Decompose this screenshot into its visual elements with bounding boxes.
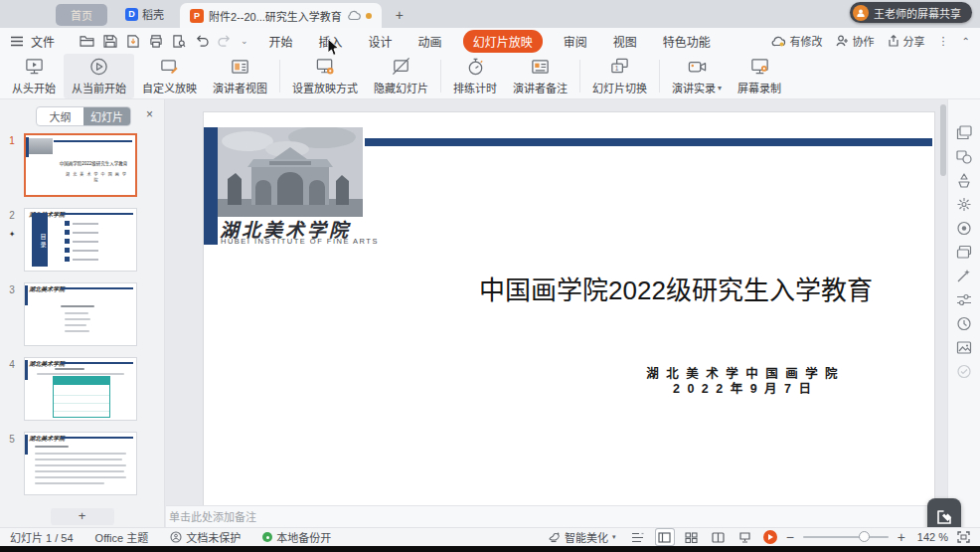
settings-sliders-icon[interactable] <box>956 292 972 307</box>
print-preview-icon[interactable] <box>172 35 186 48</box>
magic-wand-icon[interactable] <box>956 269 972 283</box>
smart-beautify-button[interactable]: 智能美化 ▾ <box>548 529 616 545</box>
ribbon-speaker-notes[interactable]: 演讲者备注 <box>505 54 575 98</box>
slide-thumbnail-5[interactable]: 湖北美术学院 <box>24 432 137 495</box>
new-tab-button[interactable]: + <box>396 7 404 23</box>
tab-outline[interactable]: 大纲 <box>37 107 83 125</box>
redo-icon[interactable] <box>218 35 232 47</box>
ribbon-divider <box>279 60 280 92</box>
menu-start[interactable]: 开始 <box>269 33 293 50</box>
backup-status[interactable]: 本地备份开 <box>262 529 331 545</box>
ribbon-screen-record[interactable]: 屏幕录制 <box>730 54 789 98</box>
share-button[interactable]: 分享 <box>888 33 925 49</box>
slide-thumbnail-3[interactable]: 湖北美术学院 <box>24 282 137 346</box>
backup-on-icon <box>262 532 272 542</box>
check-circle-disabled-icon <box>956 364 972 379</box>
ribbon-custom-show[interactable]: 自定义放映 <box>134 54 205 98</box>
theme-name[interactable]: Office 主题 <box>95 529 149 545</box>
menu-special-features[interactable]: 特色功能 <box>663 33 711 50</box>
docer-logo-icon: D <box>125 8 138 21</box>
add-slide-button[interactable]: + <box>51 508 114 525</box>
export-icon[interactable] <box>126 35 140 48</box>
play-slideshow-button[interactable] <box>763 530 777 544</box>
fit-to-window-icon[interactable] <box>957 531 970 543</box>
target-icon[interactable] <box>956 221 972 236</box>
hamburger-icon[interactable] <box>10 36 24 47</box>
ribbon-play-from-current[interactable]: 从当前开始 <box>64 54 134 98</box>
ribbon-presenter-view[interactable]: 演讲者视图 <box>205 54 275 98</box>
layers-icon[interactable] <box>956 245 972 260</box>
history-clock-icon[interactable] <box>956 316 972 331</box>
ribbon-rehearse-timing[interactable]: 排练计时 <box>445 54 505 98</box>
slideshow-view-button[interactable] <box>736 529 754 545</box>
slide-thumbnail-row-3: 3 湖北美术学院 <box>0 282 164 346</box>
menu-view[interactable]: 视图 <box>613 33 637 50</box>
outline-view-button[interactable] <box>629 529 647 545</box>
collapse-ribbon-icon[interactable]: ⌃ <box>962 36 970 47</box>
tab-docer[interactable]: D 稻壳 <box>125 6 164 22</box>
play-from-start-icon <box>24 57 45 77</box>
beautify-flower-icon[interactable] <box>956 197 972 212</box>
zoom-slider[interactable] <box>803 536 889 538</box>
university-gate-photo[interactable] <box>218 127 363 217</box>
wps-presentation-icon: P <box>190 9 204 23</box>
zoom-out-button[interactable]: − <box>786 532 794 542</box>
save-icon[interactable] <box>103 35 117 48</box>
slide-title-rule[interactable] <box>365 138 932 146</box>
slide-title-text[interactable]: 中国画学院2022级研究生入学教育 <box>442 270 909 306</box>
tab-document[interactable]: P 附件2--20...研究生入学教育 <box>180 3 382 28</box>
normal-view-button[interactable] <box>656 529 674 545</box>
modified-status[interactable]: 有修改 <box>771 33 823 49</box>
menu-animation[interactable]: 动画 <box>418 33 442 50</box>
shapes-icon[interactable] <box>956 149 972 164</box>
ribbon-slide-transition[interactable]: 1 幻灯片切换 <box>584 54 655 98</box>
undo-icon[interactable] <box>195 35 209 47</box>
tab-home[interactable]: 首页 <box>56 4 107 26</box>
collaborate-button[interactable]: 协作 <box>836 33 875 49</box>
ribbon-record-presentation[interactable]: 演讲实录▾ <box>664 54 730 98</box>
slide-sorter-button[interactable] <box>683 529 701 545</box>
thumb-rule <box>61 362 133 364</box>
thumb-toc-bar: 目录 <box>32 213 48 267</box>
close-pane-button[interactable]: × <box>146 108 153 120</box>
slide-accent-bar[interactable] <box>204 127 218 245</box>
slide-thumbnail-4[interactable]: 湖北美术学院 <box>24 357 137 421</box>
ribbon-divider <box>659 60 660 92</box>
hide-slide-icon <box>391 57 411 77</box>
zoom-level[interactable]: 142 % <box>914 531 948 543</box>
menu-review[interactable]: 审阅 <box>564 33 587 50</box>
tab-slides[interactable]: 幻灯片 <box>83 107 130 125</box>
menu-design[interactable]: 设计 <box>369 33 393 50</box>
slide-thumbnail-2[interactable]: 湖北美术学院 目录 <box>24 208 137 272</box>
zoom-in-button[interactable]: + <box>898 532 905 542</box>
menu-slideshow-active[interactable]: 幻灯片放映 <box>463 30 543 53</box>
slide-subtitle-text[interactable]: 湖 北 美 术 学 中 国 画 学 院 2 0 2 2 年 9 月 7 日 <box>552 367 934 396</box>
more-commands-icon[interactable]: ⌄ <box>241 36 248 46</box>
cloud-sync-icon <box>347 10 361 21</box>
thumbnail-list: 1 中国画学院2022级研究生入学教育 湖 北 美 术 学 中 国 画 学 院 … <box>0 133 164 505</box>
design-tools-icon[interactable] <box>956 173 972 188</box>
print-icon[interactable] <box>149 35 163 48</box>
zoom-slider-knob[interactable] <box>859 531 870 542</box>
slide-canvas[interactable]: 湖北美术学院 HUBEI INSTITUTE OF FINE ARTS 中国画学… <box>204 112 934 505</box>
image-panel-icon[interactable] <box>956 340 972 355</box>
protection-status[interactable]: 文档未保护 <box>170 529 241 545</box>
ribbon-play-from-start[interactable]: 从头开始 <box>4 54 64 98</box>
ribbon-hide-slide[interactable]: 隐藏幻灯片 <box>366 54 436 98</box>
slide-thumbnail-1[interactable]: 中国画学院2022级研究生入学教育 湖 北 美 术 学 中 国 画 学 院 <box>24 133 137 197</box>
ribbon-setup-show[interactable]: 设置放映方式 <box>284 54 366 98</box>
notes-bar[interactable]: 单击此处添加备注 <box>166 505 947 527</box>
status-bar: 幻灯片 1 / 54 Office 主题 文档未保护 本地备份开 智能美化 ▾ … <box>0 527 980 546</box>
kebab-menu-icon[interactable]: ⋮ <box>938 35 949 48</box>
thumb-rule <box>61 287 133 289</box>
speaker-notes-icon <box>530 57 551 77</box>
menu-file[interactable]: 文件 <box>31 33 55 50</box>
open-folder-icon[interactable] <box>80 35 94 48</box>
slide-transition-icon: 1 <box>609 57 630 77</box>
beautify-caret-icon: ▾ <box>612 533 616 541</box>
canvas-scrollbar[interactable] <box>940 104 946 176</box>
slide-pages-icon[interactable] <box>956 125 972 140</box>
thumb-title: 中国画学院2022级研究生入学教育 <box>58 159 129 165</box>
slide-thumbnail-row-5: 5 湖北美术学院 <box>0 432 164 495</box>
reading-view-button[interactable] <box>710 529 728 545</box>
